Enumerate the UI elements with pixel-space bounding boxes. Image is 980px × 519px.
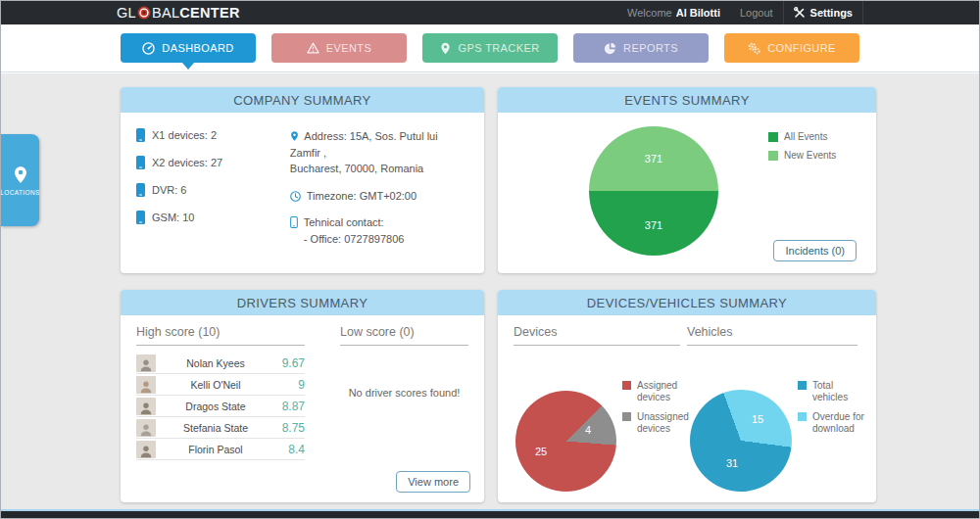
events-pie-chart: 371 371 <box>589 126 718 256</box>
driver-name: Florin Pasol <box>162 444 270 455</box>
clock-icon <box>290 191 304 202</box>
top-header: GLBALCENTER Welcome Al Bilotti Logout Se… <box>1 1 979 24</box>
legend-label: Overdue for download <box>812 411 870 434</box>
devices-column: Devices <box>514 325 680 353</box>
driver-row: Kelli O'Neil 9 <box>136 374 305 396</box>
legend-swatch <box>768 151 778 161</box>
driver-row: Stefania State 8.75 <box>136 417 305 439</box>
driver-name: Kelli O'Neil <box>162 379 270 391</box>
events-summary-body: 371 371 All Events New Events Incidents … <box>498 113 876 273</box>
nav-label: REPORTS <box>623 42 678 54</box>
events-legend: All Events New Events <box>768 131 836 161</box>
contact-office: - Office: 0727897806 <box>290 233 405 245</box>
phone-icon <box>136 211 145 224</box>
locations-side-tab[interactable]: LOCATIONS <box>1 134 39 226</box>
dashboard-gauge-icon <box>142 42 155 55</box>
panel-title: COMPANY SUMMARY <box>121 87 484 113</box>
legend-item-overdue: Overdue for download <box>798 411 870 434</box>
device-counts-list: X1 devices: 2 X2 devices: 27 DVR: 6 GSM:… <box>136 128 290 247</box>
devices-vehicles-summary-panel: DEVICES/VEHICLES SUMMARY Devices Vehicle… <box>498 290 876 502</box>
timezone-text: Timezone: GMT+02:00 <box>307 190 416 202</box>
legend-swatch <box>798 381 807 390</box>
main-nav: DASHBOARD EVENTS GPS TRACKER REPORTS CON… <box>1 24 979 72</box>
driver-avatar <box>136 419 156 437</box>
device-count-item: X1 devices: 2 <box>136 128 290 142</box>
nav-tab-dashboard[interactable]: DASHBOARD <box>121 33 256 63</box>
devices-vehicles-body: Devices Vehicles 25 4 Assigned devices U… <box>498 315 876 502</box>
warning-triangle-icon <box>307 42 319 54</box>
high-score-column: High score (10) Nolan Kyees 9.67 Kelli O… <box>136 325 305 502</box>
legend-swatch <box>622 412 631 421</box>
logo-text-gl: GL <box>117 5 136 21</box>
drivers-summary-body: High score (10) Nolan Kyees 9.67 Kelli O… <box>121 315 484 502</box>
driver-row: Nolan Kyees 9.67 <box>136 353 305 374</box>
device-count-label: X2 devices: 27 <box>152 157 222 168</box>
legend-item-total-vehicles: Total vehicles <box>798 380 870 402</box>
logout-link[interactable]: Logout <box>730 1 783 24</box>
devices-pie-chart: 25 4 <box>515 391 616 492</box>
driver-avatar <box>136 376 156 394</box>
phone-icon <box>136 128 145 142</box>
logo-text-center: CENTER <box>179 5 239 21</box>
legend-item-new-events: New Events <box>768 150 836 162</box>
driver-name: Nolan Kyees <box>162 357 270 369</box>
vehicles-legend: Total vehicles Overdue for download <box>798 380 870 434</box>
user-name: Al Bilotti <box>676 7 720 19</box>
welcome-text: Welcome Al Bilotti <box>617 1 730 24</box>
device-count-label: GSM: 10 <box>152 212 194 223</box>
events-summary-panel: EVENTS SUMMARY 371 371 All Events New Ev… <box>498 87 876 273</box>
app-logo: GLBALCENTER <box>117 1 240 24</box>
driver-score: 8.4 <box>275 443 305 456</box>
nav-label: EVENTS <box>326 42 371 54</box>
panel-title: EVENTS SUMMARY <box>498 87 876 113</box>
panel-title: DRIVERS SUMMARY <box>121 290 484 315</box>
company-contact: Tehnical contact: - Office: 0727897806 <box>290 214 470 247</box>
nav-tab-reports[interactable]: REPORTS <box>573 33 709 63</box>
location-pin-icon <box>290 130 302 142</box>
device-count-label: X1 devices: 2 <box>152 129 217 141</box>
dashboard-content: LOCATIONS COMPANY SUMMARY X1 devices: 2 … <box>1 73 979 509</box>
driver-avatar <box>136 354 156 372</box>
company-info: Address: 15A, Sos. Putul lui Zamfir , Bu… <box>290 128 470 247</box>
company-summary-body: X1 devices: 2 X2 devices: 27 DVR: 6 GSM:… <box>121 113 484 257</box>
device-count-item: GSM: 10 <box>136 211 290 224</box>
pie-value-total: 31 <box>726 457 738 469</box>
header-user-area: Welcome Al Bilotti Logout Settings <box>617 1 863 24</box>
devices-header: Devices <box>514 325 680 346</box>
driver-avatar <box>136 398 156 415</box>
nav-tab-configure[interactable]: CONFIGURE <box>724 33 859 63</box>
location-pin-icon <box>13 165 28 184</box>
tools-icon <box>794 7 806 19</box>
incidents-button[interactable]: Incidents (0) <box>773 240 857 261</box>
company-address: Address: 15A, Sos. Putul lui Zamfir , Bu… <box>290 128 470 177</box>
driver-avatar <box>136 441 156 458</box>
legend-label: Total vehicles <box>812 380 870 402</box>
locations-tab-label: LOCATIONS <box>0 189 40 196</box>
pie-chart-icon <box>604 42 616 55</box>
phone-icon <box>136 156 145 169</box>
high-score-header: High score (10) <box>136 325 305 346</box>
address-line2: Bucharest, 70000, Romania <box>290 163 423 174</box>
legend-swatch <box>798 412 807 421</box>
pie-value-all-events: 371 <box>589 219 718 231</box>
settings-link[interactable]: Settings <box>783 1 863 24</box>
legend-swatch <box>768 132 778 142</box>
device-count-label: DVR: 6 <box>152 184 186 196</box>
driver-score: 9.67 <box>275 356 305 370</box>
nav-tab-events[interactable]: EVENTS <box>271 33 407 63</box>
drivers-summary-panel: DRIVERS SUMMARY High score (10) Nolan Ky… <box>121 290 484 502</box>
driver-name: Stefania State <box>162 422 270 434</box>
driver-score: 8.87 <box>275 400 305 413</box>
legend-item-assigned: Assigned devices <box>622 380 687 402</box>
legend-swatch <box>622 381 631 390</box>
pie-value-overdue: 15 <box>752 413 763 425</box>
logo-target-icon <box>137 6 151 20</box>
device-count-item: X2 devices: 27 <box>136 156 290 169</box>
address-line1: Address: 15A, Sos. Putul lui Zamfir , <box>290 130 438 159</box>
settings-label: Settings <box>810 7 853 19</box>
nav-tab-gps-tracker[interactable]: GPS TRACKER <box>422 33 558 63</box>
view-more-button[interactable]: View more <box>396 471 470 493</box>
nav-label: GPS TRACKER <box>458 42 539 54</box>
low-score-header: Low score (0) <box>340 325 468 346</box>
driver-row: Florin Pasol 8.4 <box>136 439 305 460</box>
